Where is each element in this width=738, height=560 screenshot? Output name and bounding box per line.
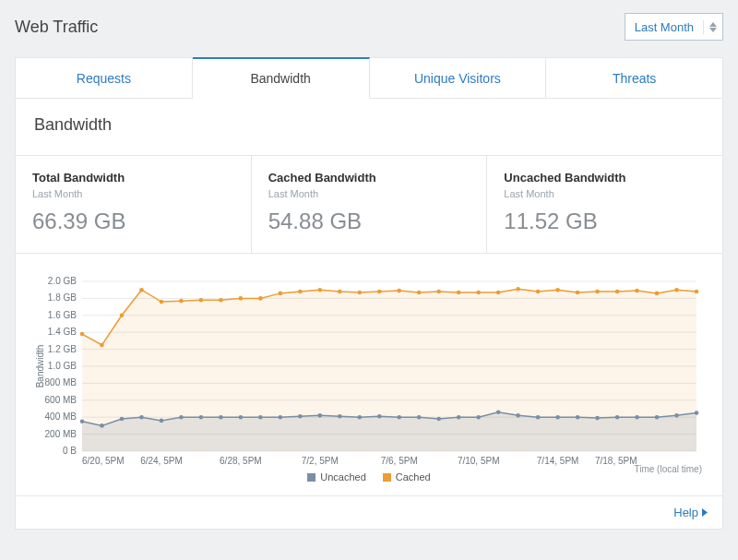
svg-point-33	[120, 314, 125, 318]
svg-point-85	[516, 413, 520, 418]
chart-svg: 0 B200 MB400 MB600 MB800 MB1.0 GB1.2 GB1…	[32, 276, 706, 470]
svg-point-91	[635, 415, 639, 420]
stat-uncached: Uncached Bandwidth Last Month 11.52 GB	[487, 156, 722, 253]
svg-point-37	[199, 298, 204, 303]
stat-label: Uncached Bandwidth	[504, 171, 706, 185]
svg-point-59	[635, 289, 639, 293]
stepper-icon	[704, 22, 722, 32]
stat-sub: Last Month	[504, 188, 706, 199]
svg-point-54	[536, 290, 541, 294]
svg-point-63	[80, 420, 85, 424]
svg-point-56	[576, 291, 580, 295]
svg-point-39	[239, 296, 244, 301]
stat-label: Total Bandwidth	[32, 171, 234, 185]
svg-point-86	[536, 415, 541, 420]
svg-text:Bandwidth: Bandwidth	[35, 345, 45, 388]
svg-point-80	[417, 415, 422, 420]
tabs: Requests Bandwidth Unique Visitors Threa…	[16, 58, 722, 99]
svg-point-92	[655, 415, 660, 420]
svg-text:1.8 GB: 1.8 GB	[48, 292, 77, 303]
svg-point-41	[279, 292, 283, 296]
stat-label: Cached Bandwidth	[268, 171, 470, 185]
svg-point-45	[357, 291, 362, 295]
svg-text:1.4 GB: 1.4 GB	[48, 327, 77, 337]
svg-point-81	[436, 417, 441, 422]
time-range-select[interactable]: Last Month	[625, 13, 723, 41]
svg-point-52	[496, 291, 501, 295]
legend-cached[interactable]: Cached	[383, 471, 431, 483]
svg-point-87	[555, 415, 560, 420]
svg-text:1.2 GB: 1.2 GB	[48, 344, 77, 354]
tab-unique-visitors[interactable]: Unique Visitors	[370, 58, 547, 98]
svg-point-82	[457, 415, 461, 420]
svg-text:2.0 GB: 2.0 GB	[48, 276, 77, 286]
svg-point-70	[219, 415, 223, 420]
svg-point-71	[239, 415, 244, 420]
svg-point-49	[436, 290, 441, 294]
svg-point-67	[160, 419, 164, 423]
svg-text:7/6, 5PM: 7/6, 5PM	[381, 456, 418, 466]
svg-point-38	[219, 298, 223, 303]
svg-text:7/10, 5PM: 7/10, 5PM	[458, 456, 500, 466]
stat-total: Total Bandwidth Last Month 66.39 GB	[16, 156, 252, 253]
svg-point-73	[279, 415, 283, 420]
svg-point-47	[397, 289, 401, 293]
svg-text:7/2, 5PM: 7/2, 5PM	[302, 456, 339, 466]
svg-point-93	[674, 413, 679, 418]
svg-point-75	[318, 413, 323, 418]
svg-text:6/24, 5PM: 6/24, 5PM	[140, 456, 183, 466]
svg-text:1.6 GB: 1.6 GB	[48, 310, 77, 320]
svg-point-88	[576, 415, 580, 420]
time-range-label: Last Month	[625, 20, 704, 34]
svg-text:6/28, 5PM: 6/28, 5PM	[220, 456, 262, 466]
svg-point-65	[120, 417, 125, 422]
svg-point-62	[695, 290, 699, 294]
svg-point-48	[417, 291, 422, 295]
svg-point-74	[298, 414, 303, 419]
svg-point-42	[298, 290, 303, 294]
stat-value: 11.52 GB	[504, 209, 706, 234]
legend-swatch-cached	[383, 473, 391, 482]
svg-point-72	[258, 415, 263, 420]
svg-point-55	[555, 288, 560, 292]
svg-point-34	[139, 288, 144, 292]
svg-point-40	[258, 296, 263, 301]
legend-uncached[interactable]: Uncached	[307, 471, 366, 483]
stat-value: 66.39 GB	[32, 209, 234, 234]
chevron-right-icon	[702, 508, 708, 517]
svg-point-84	[496, 410, 501, 414]
svg-point-94	[695, 411, 699, 415]
stat-sub: Last Month	[32, 188, 234, 199]
svg-point-77	[357, 415, 362, 420]
svg-text:200 MB: 200 MB	[45, 429, 77, 439]
svg-point-78	[377, 414, 382, 419]
svg-point-76	[338, 414, 342, 419]
bandwidth-chart: 0 B200 MB400 MB600 MB800 MB1.0 GB1.2 GB1…	[16, 254, 722, 495]
stat-sub: Last Month	[268, 188, 470, 199]
svg-point-53	[516, 287, 520, 292]
svg-text:0 B: 0 B	[63, 446, 77, 456]
svg-point-64	[100, 423, 104, 428]
stat-cached: Cached Bandwidth Last Month 54.88 GB	[252, 156, 488, 253]
svg-text:1.0 GB: 1.0 GB	[48, 361, 77, 371]
svg-text:600 MB: 600 MB	[45, 395, 77, 405]
tab-requests[interactable]: Requests	[16, 58, 193, 98]
svg-point-32	[100, 343, 104, 348]
svg-point-66	[139, 415, 144, 420]
legend-swatch-uncached	[307, 473, 315, 482]
svg-point-58	[615, 290, 620, 294]
svg-point-61	[674, 288, 679, 292]
svg-point-83	[476, 415, 481, 420]
page-title: Web Traffic	[15, 18, 98, 37]
svg-point-68	[179, 415, 184, 420]
tab-bandwidth[interactable]: Bandwidth	[193, 57, 370, 99]
tab-threats[interactable]: Threats	[546, 58, 722, 98]
svg-point-57	[595, 290, 600, 294]
svg-text:7/18, 5PM: 7/18, 5PM	[595, 456, 637, 466]
svg-point-50	[457, 291, 461, 295]
svg-point-46	[377, 290, 382, 294]
svg-point-89	[595, 416, 600, 421]
svg-text:6/20, 5PM: 6/20, 5PM	[82, 456, 125, 466]
help-link[interactable]: Help	[673, 506, 708, 519]
svg-point-90	[615, 415, 620, 420]
